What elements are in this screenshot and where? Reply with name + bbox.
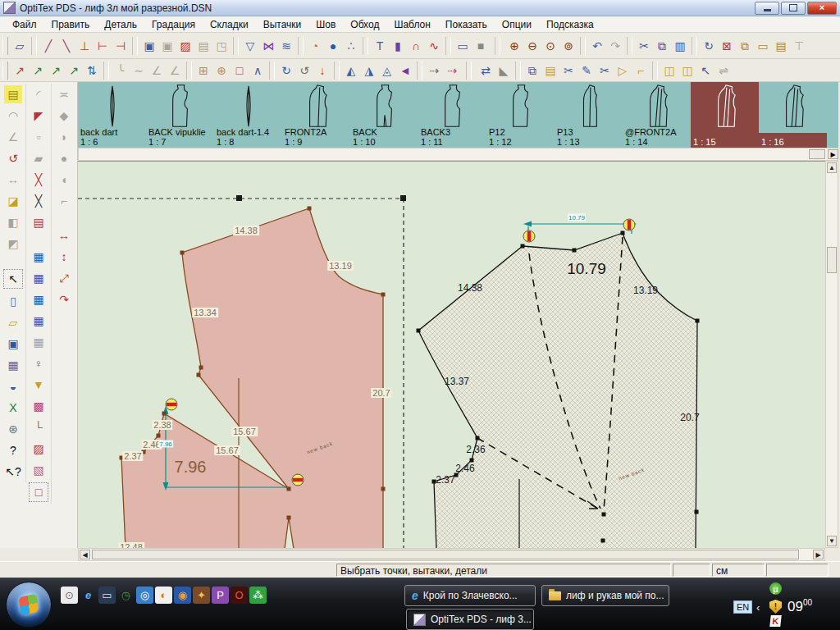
thumbnail-FRONT2A[interactable]: FRONT2A1 : 9: [282, 82, 350, 148]
fabric-colors-button[interactable]: ▩: [30, 397, 48, 415]
corner-finish-tool[interactable]: ◤: [30, 107, 48, 125]
hatch-piece-button[interactable]: ▨: [30, 440, 48, 458]
button-sketch-tool[interactable]: ◔: [306, 37, 324, 55]
marquee-handle[interactable]: [400, 195, 406, 201]
canvas-horizontal-scrollbar[interactable]: ◀ ▶: [78, 548, 825, 561]
shade-piece-button[interactable]: ▧: [30, 461, 48, 479]
seam-wave-tool[interactable]: ∿: [425, 37, 443, 55]
menu-Файл[interactable]: Файл: [5, 17, 44, 32]
scheduler-icon[interactable]: ◷: [117, 587, 135, 604]
toolbar-grip[interactable]: [2, 62, 8, 80]
button-tool[interactable]: ●: [324, 37, 342, 55]
thumbnail-back-dart-1.4[interactable]: back dart-1.41 : 8: [214, 82, 282, 148]
ruler-point-tool[interactable]: ╱: [39, 37, 57, 55]
thumbnail-scrollbar-thumb[interactable]: [809, 149, 825, 159]
dart-fold-tool[interactable]: ▽: [241, 37, 259, 55]
menu-Шов[interactable]: Шов: [308, 17, 343, 32]
duplicate-piece-tool[interactable]: ⧉: [736, 37, 754, 55]
binding-tool[interactable]: ▮: [389, 37, 407, 55]
thumbnail-@FRONT2A[interactable]: @FRONT2A1 : 14: [623, 82, 691, 148]
zoom-110-tool[interactable]: ⊚: [559, 37, 578, 55]
sticky-notes-tool[interactable]: ▤: [4, 85, 22, 103]
close-button[interactable]: ×: [807, 2, 837, 15]
flip-vertical-tool[interactable]: ◬: [378, 62, 396, 80]
delete-point-tool[interactable]: ╳: [30, 171, 48, 189]
marquee-piece-button[interactable]: □: [29, 482, 48, 502]
canvas-vertical-scrollbar[interactable]: ▲ ▼: [825, 161, 838, 548]
copy-button[interactable]: ⧉: [653, 37, 671, 55]
stitch-delete-tool[interactable]: ▨: [176, 37, 194, 55]
piece-table-button[interactable]: ▦: [30, 248, 48, 266]
ie-icon[interactable]: e: [80, 587, 97, 604]
flip-down-tool[interactable]: ◮: [360, 62, 378, 80]
save-file-button[interactable]: ▣: [4, 335, 22, 353]
hammer-tool[interactable]: ⌐: [632, 62, 650, 80]
cut-line-tool[interactable]: ✂: [596, 62, 614, 80]
flip-up-tool[interactable]: ◭: [342, 62, 360, 80]
clock[interactable]: 0900: [788, 598, 812, 615]
thumbnail-BACK3[interactable]: BACK31 : 11: [418, 82, 486, 148]
open-file-button[interactable]: ▱: [4, 313, 22, 331]
corner-ruler-button[interactable]: └: [30, 418, 48, 436]
excel-export-button[interactable]: X: [4, 399, 22, 417]
set-square-tool[interactable]: ◣: [495, 62, 513, 80]
dart-transfer-tool[interactable]: ⋈: [259, 37, 277, 55]
measure-width-tool[interactable]: ↔: [55, 226, 73, 244]
sewing-machine-tool[interactable]: ▣: [140, 37, 158, 55]
walk-tool[interactable]: ⇄: [477, 62, 495, 80]
select-piece-tool[interactable]: ↖: [696, 62, 714, 80]
office-icon[interactable]: ◐: [155, 587, 172, 604]
align-bottom-tool[interactable]: ↓: [313, 62, 331, 80]
measure-height-tool[interactable]: ↕: [55, 248, 73, 266]
menu-Градация[interactable]: Градация: [144, 17, 203, 32]
trace-tool[interactable]: ✎: [578, 62, 596, 80]
menu-Опции[interactable]: Опции: [495, 17, 539, 32]
stitch-marks-tool[interactable]: ∴: [342, 37, 360, 55]
fold-mirror-tool[interactable]: ◪: [4, 192, 22, 210]
utorrent-tray-icon[interactable]: µ: [769, 582, 782, 595]
thumbnail-P12[interactable]: P121 : 12: [486, 82, 555, 148]
taskbar-button-ie[interactable]: eКрой по Злачевско...: [404, 585, 536, 606]
undo-button[interactable]: ↶: [588, 37, 606, 55]
print-button[interactable]: ▦: [4, 356, 22, 374]
eraser-tool[interactable]: ▱: [11, 37, 29, 55]
fold-piece-tool[interactable]: ▷: [614, 62, 632, 80]
license-button[interactable]: ⊛: [4, 420, 22, 438]
menu-Складки[interactable]: Складки: [203, 17, 256, 32]
rotate-free-tool[interactable]: ↺: [295, 62, 313, 80]
thumbnail-BACK[interactable]: BACK1 : 10: [350, 82, 418, 148]
tile-window-tool[interactable]: ▤: [772, 37, 790, 55]
lightbulb-icon[interactable]: ⊙: [61, 587, 78, 604]
vertical-scrollbar-thumb[interactable]: [827, 247, 837, 273]
scissors-tool[interactable]: ✂: [559, 62, 578, 80]
move-point-v-tool[interactable]: ↗: [65, 62, 83, 80]
security-shield-icon[interactable]: !: [769, 600, 782, 614]
menu-Обход[interactable]: Обход: [343, 17, 386, 32]
language-indicator[interactable]: EN: [733, 600, 752, 614]
zoom-all-tool[interactable]: ⊙: [541, 37, 559, 55]
search-app-icon[interactable]: ◎: [136, 587, 153, 604]
pink-front-piece[interactable]: [121, 208, 383, 548]
thumbnail-P13[interactable]: P131 : 13: [555, 82, 623, 148]
text-tool[interactable]: T: [371, 37, 389, 55]
pattern-canvas[interactable]: 14.3813.1913.3420.715.6715.672.382.462.3…: [78, 161, 825, 548]
move-step-tool[interactable]: ⇢: [425, 62, 443, 80]
move-point-tool[interactable]: ↗: [11, 62, 29, 80]
mannequin-button[interactable]: ♀: [30, 354, 48, 372]
collar-tool[interactable]: ∩: [407, 37, 425, 55]
thumbnail-scroll-right-icon[interactable]: ▶: [828, 149, 838, 159]
messenger-icon[interactable]: ⁂: [249, 587, 267, 604]
show-desktop-icon[interactable]: ▭: [98, 587, 116, 604]
context-help-button[interactable]: ↖?: [4, 463, 22, 481]
flip-horizontal-tool[interactable]: ◄: [396, 62, 414, 80]
dart-point-tool[interactable]: ⊥: [75, 37, 94, 55]
move-point-h-tool[interactable]: ↗: [47, 62, 65, 80]
plot-button[interactable]: ◒: [4, 377, 22, 395]
menu-Деталь[interactable]: Деталь: [97, 17, 144, 32]
pleats-tool[interactable]: ≋: [277, 37, 295, 55]
extract-piece-tool[interactable]: ▤: [541, 62, 559, 80]
pointer-tool[interactable]: ↖: [3, 269, 23, 289]
rotate-arc-tool[interactable]: ↺: [4, 149, 22, 167]
delete-piece-tool[interactable]: ⊠: [718, 37, 736, 55]
measure-diagonal-tool[interactable]: ⤢: [55, 269, 73, 287]
